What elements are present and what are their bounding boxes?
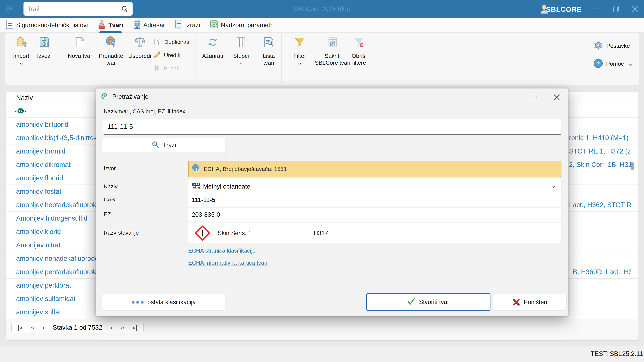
columns-label: Stupci	[233, 52, 249, 59]
status-separator	[586, 349, 586, 359]
clear-filters-button[interactable]: Obriši filtere	[348, 36, 370, 66]
delete-label: Brisati	[164, 65, 179, 72]
substance-list-button[interactable]: Lista tvari	[258, 36, 280, 66]
dialog-title: Pretraživanje	[112, 93, 148, 100]
columns-button[interactable]: Stupci	[228, 36, 254, 64]
sds-document-icon	[6, 20, 14, 30]
help-icon: ?	[593, 58, 603, 69]
globe-search-icon	[192, 164, 200, 174]
dialog-search-button[interactable]: Traži	[102, 138, 225, 153]
classification-label: Razvrstavanje	[104, 230, 139, 236]
fast-prev-button[interactable]: «	[31, 324, 34, 331]
filter-label: Filter	[294, 52, 306, 59]
dots-icon	[132, 301, 144, 304]
dialog-maximize-button[interactable]	[530, 93, 538, 101]
filter-button[interactable]: Filter	[288, 36, 311, 64]
table-footer: |« « ‹ Stavka 1 od 7532 › » »|	[6, 319, 638, 340]
substance-search-input[interactable]	[103, 119, 562, 135]
search-icon	[152, 141, 159, 150]
tab-sigurnosno-tehnicki-listovi[interactable]: Sigurnosno-tehnički listovi	[6, 18, 88, 32]
last-page-button[interactable]: »|	[132, 324, 138, 331]
tab-izrazi[interactable]: Izrazi	[175, 18, 200, 32]
search-icon[interactable]	[121, 5, 128, 13]
echa-infocard-link[interactable]: ECHA Informativna kartica tvari	[188, 259, 267, 266]
next-page-button[interactable]: ›	[110, 324, 112, 331]
tab-label: Sigurnosno-tehnički listovi	[16, 22, 88, 29]
account-button[interactable]: SBLCORE	[546, 5, 582, 13]
substance-name: Amonijev nitrat	[16, 241, 60, 249]
monitor-parameters-icon	[210, 20, 218, 30]
edit-label: Urediti	[164, 52, 180, 58]
tab-nadzorni-parametri[interactable]: Nadzorni parametri	[210, 18, 274, 32]
substance-name: amonijev dikromat	[16, 161, 71, 168]
titlebar: Traži SBLCore 2025 Blue SBLCORE	[0, 0, 644, 18]
import-button[interactable]: Import	[10, 36, 32, 64]
database-import-icon	[16, 36, 27, 48]
settings-button[interactable]: Postavke	[593, 40, 630, 51]
chevron-down-icon	[552, 184, 555, 188]
global-search-input[interactable]: Traži	[24, 2, 132, 15]
edit-button[interactable]: Urediti	[153, 51, 180, 59]
chevron-down-icon	[19, 61, 23, 65]
dialog-close-button[interactable]	[552, 93, 561, 101]
substance-name: amonijev sulfat	[16, 308, 61, 316]
export-button[interactable]: Izvezi	[34, 36, 55, 59]
classification-fragment: 2, Skin Corr. 1B, H31...	[569, 161, 632, 168]
name-dropdown[interactable]: Methyl octanoate	[188, 179, 562, 194]
status-environment: TEST: SBL	[591, 350, 622, 358]
first-page-button[interactable]: |«	[18, 324, 23, 331]
compare-label: Usporedi	[128, 52, 151, 59]
export-label: Izvezi	[37, 52, 52, 59]
ribbon: Import Izvezi Datoteke Nova tvar Pronađi…	[5, 33, 639, 85]
delete-button[interactable]: Brisati	[153, 64, 179, 73]
scales-icon	[134, 36, 146, 48]
scrollbar-thumb[interactable]	[631, 162, 634, 171]
minimize-button[interactable]	[590, 0, 606, 18]
search-field-label: Naziv tvari, CAS broj, EZ ili Index	[104, 108, 185, 115]
help-button[interactable]: ? Pomoć	[593, 58, 632, 69]
find-substance-button[interactable]: Pronađite tvar	[94, 36, 128, 66]
new-substance-button[interactable]: Nova tvar	[65, 36, 95, 59]
find-substance-label: Pronađite tvar	[94, 52, 128, 66]
document-magnifier-icon	[264, 36, 274, 48]
substance-name: amonijev perklorat	[16, 281, 71, 289]
substance-name: amonijev sulfamidat	[16, 295, 76, 302]
echa-classification-link[interactable]: ECHA stranica klasifikacije	[188, 247, 256, 254]
check-icon	[407, 298, 415, 306]
hide-sblcore-substances-button[interactable]: Sakriti SBLCore tvari	[313, 36, 352, 66]
refresh-button[interactable]: Ažurirati	[198, 36, 227, 59]
cas-label: CAS	[104, 196, 115, 203]
duplicate-button[interactable]: Duplicirati	[153, 37, 189, 46]
tab-adresar[interactable]: Adresar	[133, 18, 165, 32]
close-button[interactable]	[628, 0, 643, 18]
globe-search-icon	[105, 36, 117, 48]
prev-page-button[interactable]: ‹	[42, 324, 45, 331]
dialog-titlebar: Pretraživanje	[100, 92, 148, 101]
book-icon	[175, 20, 182, 30]
ghs07-exclamation-pictogram: !	[193, 223, 212, 243]
other-classification-label: ostala klasifikacija	[147, 299, 196, 306]
refresh-label: Ažurirati	[202, 52, 223, 59]
fast-next-button[interactable]: »	[121, 324, 124, 331]
compare-button[interactable]: Usporedi	[125, 36, 155, 59]
source-label: Izvor	[104, 165, 116, 172]
clear-filter-icon	[354, 36, 364, 48]
create-substance-button[interactable]: Stvoriti tvar	[366, 293, 490, 311]
hide-sblcore-label: Sakriti SBLCore tvari	[314, 52, 352, 66]
pagination-bar: |« « ‹ Stavka 1 od 7532 › » »|	[12, 322, 144, 333]
restore-button[interactable]	[608, 0, 624, 18]
pagination-label: Stavka 1 od 7532	[53, 324, 102, 331]
tab-tvari[interactable]: Tvari	[98, 18, 123, 32]
filter-funnel-icon	[294, 36, 305, 48]
cancel-button[interactable]: Poništen	[493, 294, 567, 310]
vertical-scrollbar[interactable]	[630, 94, 634, 336]
chevron-down-icon	[629, 62, 632, 65]
other-classification-button[interactable]: ostala klasifikacija	[102, 294, 225, 310]
create-substance-label: Stvoriti tvar	[419, 299, 449, 306]
substance-name: amonijev klorid	[16, 228, 61, 235]
ez-value: 203-835-0	[188, 208, 562, 222]
text-filter-icon: ABC	[15, 108, 26, 113]
name-value: Methyl octanoate	[203, 183, 250, 190]
source-text: ECHA, Broj obavještavača: 1551	[204, 166, 287, 172]
substance-list-label: Lista tvari	[259, 52, 279, 66]
